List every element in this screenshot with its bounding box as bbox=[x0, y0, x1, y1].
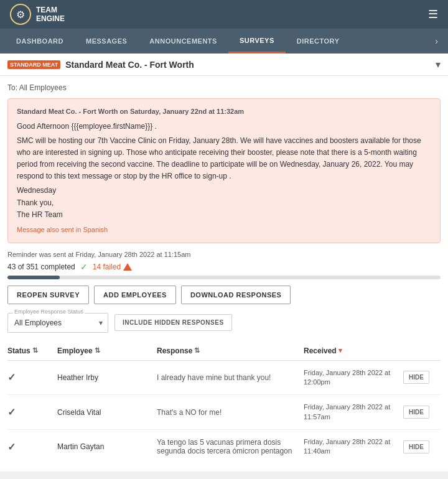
nav-item-directory[interactable]: DIRECTORY bbox=[286, 29, 351, 53]
hide-cell-0: HIDE bbox=[403, 371, 441, 384]
table-wrapper: Status ⇅ Employee ⇅ Response ⇅ Received … bbox=[7, 342, 441, 464]
check-icon: ✓ bbox=[80, 262, 88, 272]
message-line-4: Thank you, bbox=[17, 197, 431, 209]
filter-label: Employee Response Status bbox=[13, 309, 85, 315]
logo-gear-icon: ⚙ bbox=[16, 9, 25, 21]
row-status-0: ✓ bbox=[7, 371, 57, 383]
response-text-2: Ya tengo las 5 vacunas primera dosis seg… bbox=[157, 438, 304, 455]
location-bar[interactable]: STANDARD MEAT Standard Meat Co. - Fort W… bbox=[0, 53, 448, 76]
employee-name-2: Martin Gaytan bbox=[57, 442, 157, 451]
sort-icon-received: ▾ bbox=[338, 346, 342, 355]
location-name: Standard Meat Co. - Fort Worth bbox=[65, 60, 194, 70]
header-status[interactable]: Status ⇅ bbox=[7, 346, 57, 355]
checkmark-icon-1: ✓ bbox=[7, 407, 16, 417]
checkmark-icon-2: ✓ bbox=[7, 442, 16, 452]
table-row: ✓ Heather Irby I already have mine but t… bbox=[7, 361, 441, 396]
response-text-0: I already have mine but thank you! bbox=[157, 373, 304, 382]
nav-item-announcements[interactable]: ANNOUNCEMENTS bbox=[138, 29, 228, 53]
hide-button-2[interactable]: HIDE bbox=[403, 440, 429, 453]
nav-item-surveys[interactable]: SURVEYS bbox=[228, 29, 286, 53]
nav-item-dashboard[interactable]: DASHBOARD bbox=[5, 29, 75, 53]
progress-stats: 43 of 351 completed ✓ 14 failed bbox=[7, 262, 441, 272]
hide-cell-1: HIDE bbox=[403, 406, 441, 419]
failed-count: 14 failed bbox=[93, 263, 132, 271]
to-line: To: All Employees bbox=[7, 83, 441, 92]
completed-count: 43 of 351 completed bbox=[7, 263, 75, 271]
employee-response-status-select[interactable]: All Employees Responded Not Responded bbox=[8, 314, 108, 332]
reminder-line: Reminder was sent at Friday, January 28t… bbox=[7, 251, 441, 258]
warning-icon bbox=[123, 263, 132, 271]
hide-button-1[interactable]: HIDE bbox=[403, 406, 429, 419]
received-text-1: Friday, January 28th 2022 at 11:57am bbox=[304, 402, 403, 422]
message-line-5: The HR Team bbox=[17, 209, 431, 221]
nav-more-arrow[interactable]: › bbox=[430, 36, 443, 46]
logo-circle: ⚙ bbox=[10, 4, 31, 25]
row-status-1: ✓ bbox=[7, 406, 57, 418]
header-employee[interactable]: Employee ⇅ bbox=[57, 346, 157, 355]
message-line-3: Wednesday bbox=[17, 185, 431, 197]
filter-select-wrap: Employee Response Status All Employees R… bbox=[7, 313, 108, 333]
download-responses-button[interactable]: DOWNLOAD RESPONSES bbox=[181, 286, 291, 304]
add-employees-button[interactable]: ADD EMPLOYEES bbox=[94, 286, 176, 304]
progress-bar bbox=[7, 276, 441, 279]
location-badge: STANDARD MEAT bbox=[7, 60, 60, 69]
logo-text: TEAM ENGINE bbox=[36, 6, 65, 24]
progress-area: 43 of 351 completed ✓ 14 failed bbox=[7, 262, 441, 279]
sort-icon-response: ⇅ bbox=[194, 346, 200, 355]
message-header: Standard Meat Co. - Fort Worth on Saturd… bbox=[17, 106, 431, 117]
action-buttons: REOPEN SURVEY ADD EMPLOYEES DOWNLOAD RES… bbox=[7, 286, 441, 304]
checkmark-icon-0: ✓ bbox=[7, 372, 16, 383]
message-card: Standard Meat Co. - Fort Worth on Saturd… bbox=[7, 98, 441, 243]
received-text-2: Friday, January 28th 2022 at 11:40am bbox=[304, 437, 403, 457]
hide-button-0[interactable]: HIDE bbox=[403, 371, 429, 384]
message-line-1: Good Afternoon {{{employee.firstName}}} … bbox=[17, 121, 431, 133]
location-left: STANDARD MEAT Standard Meat Co. - Fort W… bbox=[7, 60, 194, 70]
nav: DASHBOARD MESSAGES ANNOUNCEMENTS SURVEYS… bbox=[0, 29, 448, 53]
table-header: Status ⇅ Employee ⇅ Response ⇅ Received … bbox=[7, 342, 441, 361]
message-body: Good Afternoon {{{employee.firstName}}} … bbox=[17, 121, 431, 221]
hamburger-icon[interactable]: ☰ bbox=[428, 7, 438, 21]
progress-bar-fill bbox=[7, 276, 60, 279]
header: ⚙ TEAM ENGINE ☰ bbox=[0, 0, 448, 29]
sort-icon-employee: ⇅ bbox=[95, 346, 100, 355]
message-line-2: SMC will be hosting our 7th Vaccine Clin… bbox=[17, 135, 431, 183]
sort-icon-status: ⇅ bbox=[32, 346, 38, 355]
header-received[interactable]: Received ▾ bbox=[304, 346, 403, 355]
received-text-0: Friday, January 28th 2022 at 12:00pm bbox=[304, 368, 403, 388]
reopen-survey-button[interactable]: REOPEN SURVEY bbox=[7, 286, 89, 304]
nav-item-messages[interactable]: MESSAGES bbox=[75, 29, 138, 53]
response-text-1: That's a NO for me! bbox=[157, 408, 304, 417]
logo: ⚙ TEAM ENGINE bbox=[10, 4, 65, 25]
include-hidden-responses-button[interactable]: INCLUDE HIDDEN RESPONSES bbox=[114, 314, 232, 331]
location-chevron-icon[interactable]: ▾ bbox=[436, 58, 441, 70]
filter-row: Employee Response Status All Employees R… bbox=[7, 313, 441, 333]
employee-name-1: Criselda Vital bbox=[57, 408, 157, 417]
header-response[interactable]: Response ⇅ bbox=[157, 346, 304, 355]
main-content: To: All Employees Standard Meat Co. - Fo… bbox=[0, 76, 448, 472]
table-row: ✓ Martin Gaytan Ya tengo las 5 vacunas p… bbox=[7, 430, 441, 464]
hide-cell-2: HIDE bbox=[403, 440, 441, 453]
row-status-2: ✓ bbox=[7, 441, 57, 453]
table-row: ✓ Criselda Vital That's a NO for me! Fri… bbox=[7, 395, 441, 430]
header-actions bbox=[403, 346, 441, 355]
message-spanish-notice: Message also sent in Spanish bbox=[17, 225, 431, 235]
employee-name-0: Heather Irby bbox=[57, 373, 157, 382]
